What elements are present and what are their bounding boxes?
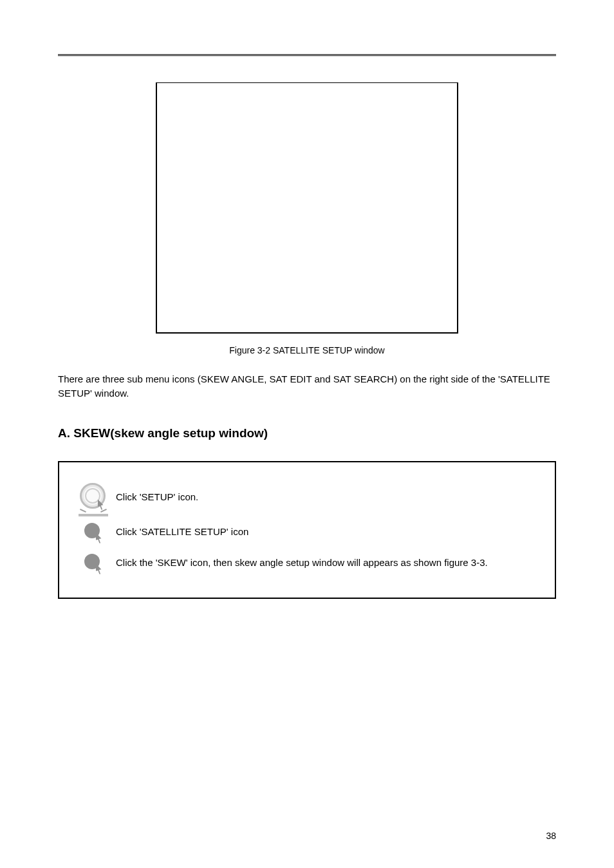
body-paragraph: There are three sub menu icons (SKEW ANG…	[58, 372, 556, 401]
list-item-label: Click 'SETUP' icon.	[116, 491, 198, 502]
page-number: 38	[546, 831, 556, 841]
list-item: Click 'SATELLITE SETUP' icon	[71, 520, 543, 543]
list-item-label: Click the 'SKEW' icon, then skew angle s…	[116, 557, 488, 568]
list-item: Click 'SETUP' icon.	[71, 482, 543, 513]
list-item-label: Click 'SATELLITE SETUP' icon	[116, 526, 248, 537]
instruction-box: Click 'SETUP' icon. Click 'SATELLITE SET…	[58, 461, 556, 599]
divider-double	[58, 54, 556, 57]
satellite-dish-icon	[76, 482, 111, 513]
satellite-dish-icon	[80, 520, 106, 543]
list-item: Click the 'SKEW' icon, then skew angle s…	[71, 551, 543, 574]
figure-caption: Figure 3-2 SATELLITE SETUP window	[58, 345, 556, 355]
section-heading: A. SKEW(skew angle setup window)	[58, 426, 556, 440]
figure-placeholder	[156, 82, 458, 334]
satellite-dish-icon	[80, 551, 106, 574]
